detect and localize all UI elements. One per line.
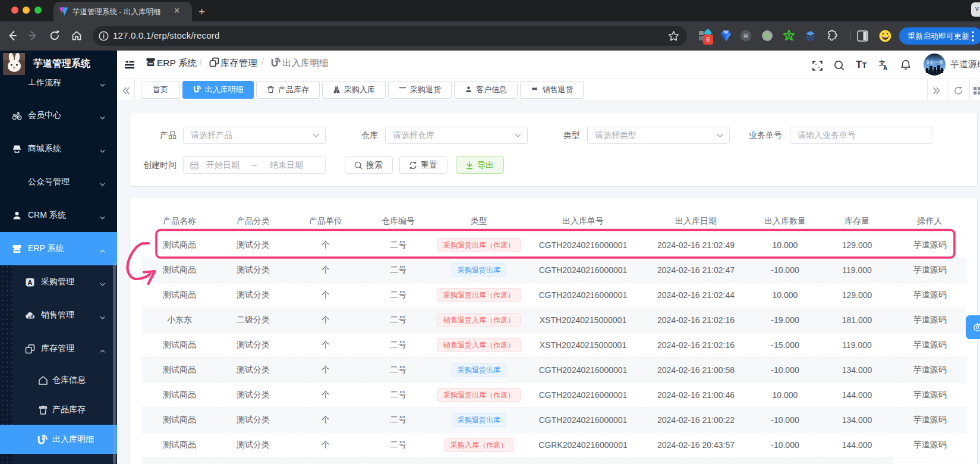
svg-text:⌘: ⌘ <box>743 33 749 39</box>
svg-text:A: A <box>883 65 887 71</box>
svg-text:文心一言: 文心一言 <box>925 59 944 65</box>
svg-text:A: A <box>27 279 32 286</box>
